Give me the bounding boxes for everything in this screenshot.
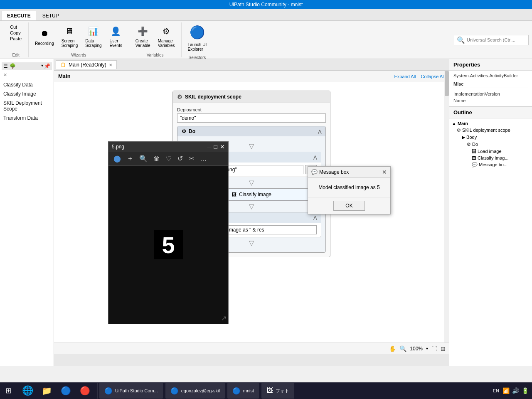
ok-button[interactable]: OK [333, 201, 365, 211]
battery-icon[interactable]: 🔋 [522, 387, 529, 394]
taskbar-win-uipath-icon: 🔵 [104, 387, 113, 395]
copy-btn[interactable]: Copy [8, 30, 23, 36]
load-image-collapse-btn[interactable]: ⋀ [313, 155, 317, 160]
tree-item-classify-image[interactable]: 🖼 Classify imag... [452, 155, 530, 161]
viewer-maximize-btn[interactable]: □ [214, 143, 217, 150]
taskbar-win-photo-icon: 🖼 [266, 387, 273, 394]
image-viewer-toolbar: ⬤ ＋ 🔍 🗑 ♡ ↺ ✂ … [108, 152, 228, 166]
msgbox-close-btn[interactable]: ✕ [382, 169, 387, 175]
left-panel-classify-image[interactable]: Classify Image [2, 89, 52, 99]
image-viewer-canvas: 5 ↗ [108, 166, 228, 324]
ribbon-search-area: 🔍 [454, 35, 529, 45]
manage-variables-btn[interactable]: ⚙ ManageVariables [155, 22, 178, 50]
resize-handle[interactable]: ↗ [221, 314, 227, 322]
panel-filter[interactable]: ✕ [2, 71, 52, 80]
viewer-rotate-btn[interactable]: ↺ [176, 154, 185, 163]
do-collapse-btn[interactable]: ⋀ [318, 129, 321, 134]
tree-item-main[interactable]: ▲ Main [452, 120, 530, 127]
ribbon-content: Cut Copy Paste Edit ⏺ Recording 🖥 Screen… [0, 21, 532, 59]
doc-tab-main[interactable]: 🗒 Main (ReadOnly) ✕ [56, 60, 117, 69]
create-variable-btn[interactable]: ➕ CreateVariable [133, 22, 153, 50]
vertical-scrollbar[interactable] [444, 71, 449, 354]
tree-item-load-image[interactable]: 🖼 Load image [452, 148, 530, 155]
prop-key-implementation: ImplementationVersion [453, 91, 500, 96]
viewer-close-btn[interactable]: ✕ [220, 143, 225, 150]
tree-item-body[interactable]: ▶ Body [452, 134, 530, 141]
hand-tool-icon[interactable]: ✋ [389, 345, 396, 352]
taskbar-win-uipath[interactable]: 🔵 UiPath Studio Com... [99, 383, 163, 399]
taskbar-explorer-icon[interactable]: 📁 [37, 383, 56, 399]
panel-icon-list[interactable]: ☰ [3, 63, 8, 69]
viewer-delete-btn[interactable]: 🗑 [152, 154, 162, 163]
viewer-minimize-btn[interactable]: ─ [207, 143, 212, 150]
screen-scraping-icon: 🖥 [63, 25, 76, 38]
close-filter-icon[interactable]: ✕ [3, 72, 7, 77]
do-icon: ⚙ [182, 128, 186, 134]
zoom-dropdown-btn[interactable]: ▾ [426, 346, 428, 351]
deployment-input[interactable] [177, 113, 326, 123]
tree-item-do[interactable]: ⚙ Do [452, 141, 530, 148]
cut-btn[interactable]: Cut [8, 24, 23, 30]
canvas: Main Expand All Collapse All ⚙ SKIL depl… [54, 71, 449, 354]
message-box-collapse-btn[interactable]: ⋀ [313, 215, 317, 220]
viewer-zoom-in-btn[interactable]: 🔍 [138, 154, 149, 163]
taskbar-app1-icon[interactable]: 🔵 [57, 383, 75, 399]
left-panel-classify-data[interactable]: Classify Data [2, 80, 52, 89]
ribbon: EXECUTE SETUP Cut Copy Paste Edit ⏺ Reco… [0, 9, 532, 59]
recording-btn[interactable]: ⏺ Recording [32, 25, 57, 48]
ribbon-group-wizards: ⏺ Recording 🖥 ScreenScraping 📊 DataScrap… [29, 22, 129, 57]
message-dialog-body: Model classified image as 5 [308, 178, 390, 197]
panel-close-btn[interactable]: 📌 [44, 63, 50, 69]
taskbar-language-indicator: EN [493, 388, 499, 393]
paste-btn[interactable]: Paste [8, 36, 23, 42]
edit-group-label: Edit [12, 51, 19, 57]
user-events-btn[interactable]: 👤 UserEvents [106, 22, 126, 50]
designer-area: 🗒 Main (ReadOnly) ✕ Main Expand All Coll… [54, 59, 449, 366]
panel-dropdown-btn[interactable]: ▾ [41, 63, 43, 69]
edit-tools: Cut Copy Paste [7, 22, 25, 43]
taskbar-win-mnist[interactable]: 🔵 mnist [227, 383, 259, 399]
viewer-add-btn[interactable]: ＋ [125, 153, 135, 164]
taskbar-app2-icon[interactable]: 🔴 [76, 383, 94, 399]
zoom-search-icon[interactable]: 🔍 [399, 345, 406, 352]
volume-icon[interactable]: 🔊 [512, 387, 519, 394]
viewer-crop-btn[interactable]: ✂ [187, 154, 196, 163]
tab-setup[interactable]: SETUP [37, 11, 64, 20]
msgbox-title-icon: 💬 [311, 169, 318, 175]
left-panel-transform-data[interactable]: Transform Data [2, 113, 52, 123]
prop-row-implementation: ImplementationVersion [453, 91, 528, 97]
collapse-all-btn[interactable]: Collapse All [421, 74, 445, 79]
screen-scraping-btn[interactable]: 🖥 ScreenScraping [59, 22, 81, 50]
taskbar-win-email[interactable]: 🔵 egonzalez@eg-skil [165, 383, 225, 399]
viewer-heart-btn[interactable]: ♡ [164, 154, 173, 163]
search-box[interactable]: 🔍 [454, 35, 529, 45]
doc-tab-close-btn[interactable]: ✕ [109, 63, 112, 67]
fit-view-icon[interactable]: ⛶ [431, 345, 437, 352]
left-panel-skil-deployment[interactable]: SKIL Deployment Scope [2, 99, 52, 113]
system-tray-icons: 📶 🔊 🔋 [502, 387, 529, 394]
tab-execute[interactable]: EXECUTE [2, 11, 36, 20]
expand-all-btn[interactable]: Expand All [394, 74, 416, 79]
data-scraping-btn[interactable]: 📊 DataScraping [82, 22, 104, 50]
taskbar: ⊞ 🌐 📁 🔵 🔴 🔵 UiPath Studio Com... 🔵 egonz… [0, 382, 532, 399]
grid-icon[interactable]: ⊞ [441, 345, 446, 352]
canvas-footer: ✋ 🔍 100% ▾ ⛶ ⊞ [54, 342, 449, 354]
variables-group-label: Variables [147, 51, 164, 57]
outline-panel: Outline ▲ Main ⚙ SKIL deployment scope ▶… [449, 106, 532, 366]
taskbar-win-photo[interactable]: 🖼 フォト [261, 383, 294, 399]
taskbar-browser-icon[interactable]: 🌐 [18, 383, 37, 399]
search-input[interactable] [467, 37, 526, 42]
viewer-left-panel-btn[interactable]: ⬤ [112, 154, 123, 163]
scroll-thumb[interactable] [445, 71, 449, 96]
tree-item-message-box[interactable]: 💬 Message bo... [452, 161, 530, 168]
classify-image-icon: 🖼 [232, 192, 236, 197]
launch-ui-explorer-btn[interactable]: 🔵 Launch UIExplorer [185, 20, 210, 54]
wizards-group-label: Wizards [71, 51, 86, 57]
panel-icon-tree[interactable]: 🌳 [10, 63, 16, 69]
network-icon[interactable]: 📶 [502, 387, 510, 394]
viewer-more-btn[interactable]: … [198, 154, 208, 163]
classify-image-label: Classify image [239, 192, 271, 197]
start-button[interactable]: ⊞ [0, 382, 17, 399]
panel-close-area: ▾ 📌 [41, 63, 50, 69]
tree-item-skil-scope[interactable]: ⚙ SKIL deployment scope [452, 127, 530, 134]
